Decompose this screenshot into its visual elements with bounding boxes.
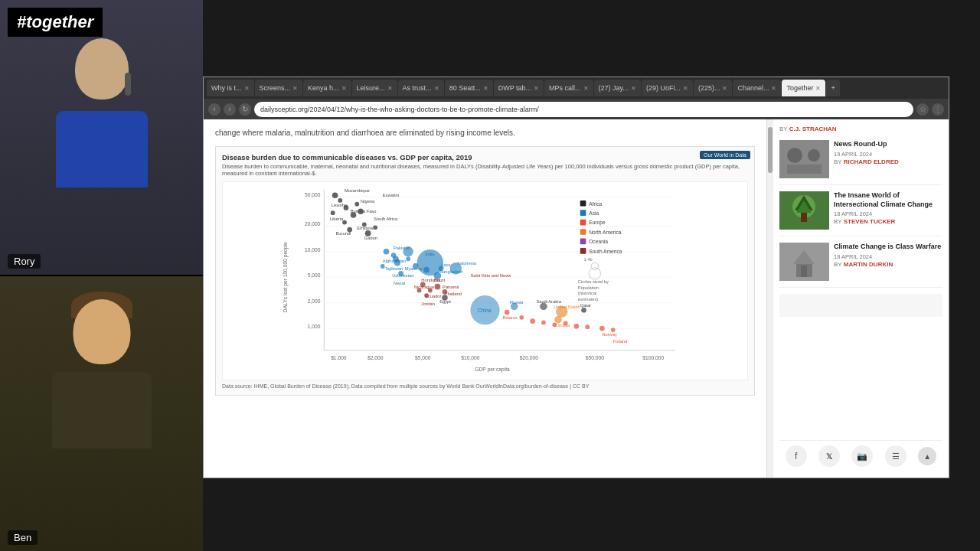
svg-text:Nepal: Nepal bbox=[394, 281, 405, 285]
svg-text:50,000: 50,000 bbox=[305, 192, 321, 197]
svg-point-49 bbox=[406, 256, 410, 261]
svg-point-45 bbox=[384, 249, 390, 255]
svg-text:Ecuador: Ecuador bbox=[425, 294, 441, 298]
svg-text:Indonesia: Indonesia bbox=[457, 261, 477, 266]
svg-text:United States: United States bbox=[554, 305, 580, 309]
address-input[interactable]: dailysceptic.org/2024/04/12/why-is-the-w… bbox=[254, 102, 913, 117]
address-bar-row: ‹ › ↻ dailysceptic.org/2024/04/12/why-is… bbox=[204, 99, 949, 119]
ourworld-badge: Our World in Data bbox=[700, 151, 750, 159]
article-intro-text: change where malaria, malnutrition and d… bbox=[215, 127, 755, 139]
svg-text:Saudi Arabia: Saudi Arabia bbox=[536, 299, 561, 304]
svg-point-88 bbox=[574, 324, 580, 329]
browser-scrollbar[interactable] bbox=[766, 119, 773, 478]
svg-point-90 bbox=[599, 326, 605, 331]
instagram-icon[interactable]: 📷 bbox=[851, 445, 873, 467]
ben-figure bbox=[0, 276, 203, 551]
tab-dwp[interactable]: DWP tab... ✕ bbox=[494, 80, 544, 96]
right-sidebar: BY C.J. STRACHAN News Round-Up 19 APRI bbox=[773, 119, 949, 478]
svg-rect-120 bbox=[580, 248, 586, 254]
scrollbar-thumb[interactable] bbox=[768, 127, 773, 173]
tab-kenya[interactable]: Kenya h... ✕ bbox=[303, 80, 351, 96]
svg-point-33 bbox=[331, 210, 335, 215]
tab-mps[interactable]: MPs call... ✕ bbox=[544, 80, 593, 96]
svg-text:1.4b: 1.4b bbox=[584, 257, 593, 262]
tab-uofi[interactable]: (29) UoFi... ✕ bbox=[642, 80, 693, 96]
article-card-insane-world[interactable]: The Insane World of Intersectional Clima… bbox=[779, 191, 942, 236]
class-warfare-thumb bbox=[779, 243, 829, 281]
tab-trust[interactable]: As trust... ✕ bbox=[398, 80, 444, 96]
insane-world-date: 18 APRIL 2024 bbox=[834, 210, 942, 217]
author-name: C.J. STRACHAN bbox=[789, 126, 837, 132]
chart-svg: 50,000 20,000 10,000 5,000 2,000 1,000 $… bbox=[223, 182, 747, 380]
tab-leisure[interactable]: Leisure... ✕ bbox=[352, 80, 397, 96]
ben-video-feed: Ben bbox=[0, 276, 203, 551]
svg-point-85 bbox=[541, 321, 546, 325]
svg-text:Population: Population bbox=[578, 285, 599, 290]
svg-rect-112 bbox=[580, 210, 586, 216]
insane-world-thumb bbox=[779, 191, 829, 230]
svg-text:Burkina Faso: Burkina Faso bbox=[351, 209, 377, 214]
facebook-icon[interactable]: f bbox=[786, 445, 807, 467]
svg-point-98 bbox=[505, 310, 510, 315]
svg-text:Asia: Asia bbox=[589, 210, 599, 216]
extensions-button[interactable]: ⋮ bbox=[932, 103, 944, 116]
class-warfare-info: Climate Change is Class Warfare 18 APRIL… bbox=[834, 243, 942, 269]
tab-why[interactable]: Why is t... ✕ bbox=[207, 80, 254, 96]
svg-text:5,000: 5,000 bbox=[308, 272, 321, 278]
tab-225[interactable]: (225)... ✕ bbox=[694, 80, 733, 96]
svg-point-71 bbox=[435, 284, 441, 290]
svg-rect-141 bbox=[801, 266, 807, 277]
tab-seattle[interactable]: 80 Seatt... ✕ bbox=[445, 80, 493, 96]
svg-text:Finland: Finland bbox=[613, 339, 628, 344]
svg-text:Egypt: Egypt bbox=[439, 299, 451, 304]
svg-text:Europe: Europe bbox=[589, 220, 606, 226]
class-warfare-author: MARTIN DURKIN bbox=[844, 261, 893, 268]
refresh-button[interactable]: ↻ bbox=[239, 103, 251, 116]
news-roundup-date: 19 APRIL 2024 bbox=[834, 151, 942, 158]
svg-text:GDP per capita: GDP per capita bbox=[475, 367, 510, 373]
news-roundup-thumb bbox=[779, 140, 829, 178]
forward-button[interactable]: › bbox=[224, 103, 236, 116]
scroll-top-button[interactable]: ▲ bbox=[918, 447, 936, 465]
svg-point-122 bbox=[591, 262, 599, 270]
svg-text:Russia: Russia bbox=[510, 300, 524, 305]
svg-rect-114 bbox=[580, 220, 586, 226]
svg-point-130 bbox=[787, 148, 802, 163]
svg-text:Burundi: Burundi bbox=[336, 231, 351, 236]
data-source: Data source: IHME, Global Burden of Dise… bbox=[222, 383, 748, 389]
svg-text:Brazil: Brazil bbox=[434, 278, 445, 282]
svg-text:$5,000: $5,000 bbox=[415, 355, 431, 360]
twitter-x-icon[interactable]: 𝕏 bbox=[818, 445, 840, 467]
ben-label: Ben bbox=[8, 530, 38, 545]
rory-video-feed: Rory bbox=[0, 0, 203, 276]
rss-icon[interactable]: ☰ bbox=[885, 445, 906, 467]
ben-head bbox=[73, 299, 130, 364]
tab-new[interactable]: + bbox=[826, 80, 839, 96]
class-warfare-title: Climate Change is Class Warfare bbox=[834, 243, 942, 252]
svg-text:Saint Kitts and Nevis: Saint Kitts and Nevis bbox=[470, 273, 511, 278]
svg-point-84 bbox=[530, 318, 535, 324]
news-roundup-author: RICHARD ELDRED bbox=[844, 158, 899, 165]
back-button[interactable]: ‹ bbox=[208, 103, 220, 116]
news-roundup-info: News Round-Up 19 APRIL 2024 BY RICHARD E… bbox=[834, 140, 942, 167]
tab-screen[interactable]: Screens... ✕ bbox=[255, 80, 303, 96]
article-card-class-warfare[interactable]: Climate Change is Class Warfare 18 APRIL… bbox=[779, 243, 942, 288]
svg-text:20,000: 20,000 bbox=[305, 221, 321, 227]
svg-text:Norway: Norway bbox=[602, 332, 617, 337]
insane-world-title: The Insane World of Intersectional Clima… bbox=[834, 191, 942, 209]
tab-together[interactable]: Together ✕ bbox=[782, 80, 825, 96]
svg-point-131 bbox=[808, 149, 820, 161]
by-text-3: BY bbox=[834, 218, 842, 225]
left-panel: Rory Ben bbox=[0, 0, 203, 551]
tab-channel[interactable]: Channel... ✕ bbox=[733, 80, 781, 96]
by-text-2: BY bbox=[834, 158, 842, 165]
bookmark-button[interactable]: ☆ bbox=[916, 103, 929, 116]
svg-text:South America: South America bbox=[589, 249, 622, 254]
tab-jay[interactable]: (27) Jay... ✕ bbox=[594, 80, 641, 96]
svg-text:Mozambique: Mozambique bbox=[345, 188, 370, 193]
rory-mic bbox=[125, 73, 131, 96]
svg-text:DALYs lost per 100,000 people: DALYs lost per 100,000 people bbox=[283, 242, 289, 312]
article-card-news-roundup[interactable]: News Round-Up 19 APRIL 2024 BY RICHARD E… bbox=[779, 140, 942, 185]
ben-body bbox=[52, 372, 152, 448]
svg-text:$1,000: $1,000 bbox=[331, 355, 347, 360]
